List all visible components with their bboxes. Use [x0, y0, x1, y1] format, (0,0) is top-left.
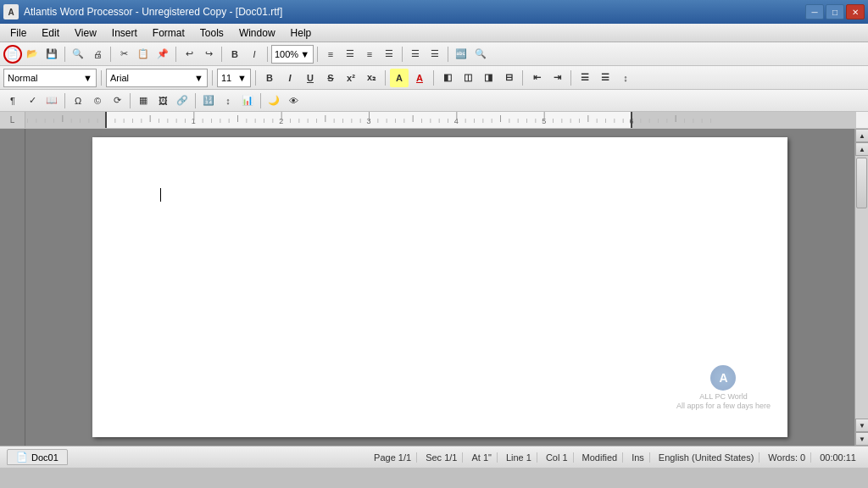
font-value: Arial: [110, 73, 129, 83]
align-right-button[interactable]: ≡: [360, 45, 379, 64]
scroll-top-button[interactable]: ▲: [855, 142, 868, 156]
menu-item-tools[interactable]: Tools: [193, 25, 231, 41]
menu-item-format[interactable]: Format: [146, 25, 192, 41]
menu-item-file[interactable]: File: [3, 25, 33, 41]
new-button[interactable]: 📄: [3, 45, 22, 64]
line-spacing-button[interactable]: ↕: [616, 69, 635, 87]
cut-button[interactable]: ✂: [114, 45, 133, 64]
ruler-unit: L: [10, 115, 15, 125]
highlight-button[interactable]: A: [390, 69, 409, 87]
close-button[interactable]: ✕: [846, 4, 865, 19]
ruler-container: L: [0, 112, 868, 129]
sep-t3-4: [260, 93, 261, 108]
separator-t2-4: [385, 70, 386, 86]
sort-button[interactable]: ↕: [219, 92, 237, 110]
ruler-corner[interactable]: L: [0, 112, 25, 128]
style-chevron-icon: ▼: [83, 73, 92, 83]
menu-item-edit[interactable]: Edit: [35, 25, 66, 41]
print-button[interactable]: 🖨: [88, 45, 107, 64]
document-area[interactable]: A ALL PC World All apps for a few days h…: [25, 129, 854, 446]
font-dropdown[interactable]: Arial ▼: [106, 69, 208, 87]
sec-status: Sec 1/1: [420, 452, 463, 463]
night-mode-button[interactable]: 🌙: [264, 92, 283, 110]
numbered-list-button[interactable]: ☰: [426, 45, 444, 64]
justify-button[interactable]: ☰: [380, 45, 398, 64]
outdent-button[interactable]: ⇤: [527, 69, 546, 87]
italic-button[interactable]: I: [281, 69, 299, 87]
italic-toolbar-button[interactable]: I: [245, 45, 264, 64]
special-char-button[interactable]: ©: [88, 92, 107, 110]
style-dropdown[interactable]: Normal ▼: [3, 69, 97, 87]
words-status: Words: 0: [763, 452, 811, 463]
doc-tab-icon: 📄: [16, 452, 28, 463]
scroll-thumb[interactable]: [856, 158, 867, 208]
minimize-button[interactable]: ─: [805, 4, 824, 19]
scroll-down-button[interactable]: ▼: [855, 432, 868, 446]
title-text: Atlantis Word Processor - Unregistered C…: [24, 6, 282, 18]
scroll-track[interactable]: [855, 156, 868, 419]
align-center-fmt-button[interactable]: ◫: [459, 69, 477, 87]
copy-button[interactable]: 📋: [134, 45, 153, 64]
doc-tab[interactable]: 📄 Doc01: [7, 449, 68, 465]
title-bar: A Atlantis Word Processor - Unregistered…: [0, 0, 868, 24]
align-right-fmt-button[interactable]: ◨: [479, 69, 498, 87]
numbering-button[interactable]: ☰: [596, 69, 615, 87]
zoom-dropdown[interactable]: 100% ▼: [271, 45, 314, 64]
bullets-button[interactable]: ☰: [576, 69, 594, 87]
document-page[interactable]: A ALL PC World All apps for a few days h…: [92, 137, 787, 437]
justify-fmt-button[interactable]: ⊟: [499, 69, 518, 87]
main-area: A ALL PC World All apps for a few days h…: [0, 129, 868, 446]
insert-image-button[interactable]: 🖼: [153, 92, 172, 110]
underline-button[interactable]: U: [301, 69, 320, 87]
separator-t2-7: [570, 70, 571, 86]
paragraph-mark-button[interactable]: ¶: [3, 92, 22, 110]
watermark-text1: ALL PC World: [676, 392, 771, 402]
insert-link-button[interactable]: 🔗: [173, 92, 192, 110]
word-count-button[interactable]: 🔢: [199, 92, 218, 110]
size-value: 11: [221, 73, 231, 83]
menu-item-insert[interactable]: Insert: [105, 25, 144, 41]
read-mode-button[interactable]: 👁: [284, 92, 303, 110]
separator7: [402, 47, 403, 62]
strikethrough-button[interactable]: S: [321, 69, 340, 87]
scroll-bottom-button[interactable]: ▼: [855, 419, 868, 432]
undo-button[interactable]: ↩: [180, 45, 198, 64]
menu-item-view[interactable]: View: [68, 25, 103, 41]
redo-button[interactable]: ↪: [199, 45, 218, 64]
align-left-button[interactable]: ≡: [321, 45, 340, 64]
ruler: [25, 112, 868, 128]
watermark-text2: All apps for a few days here: [676, 402, 771, 412]
superscript-button[interactable]: x²: [342, 69, 360, 87]
thesaurus-button[interactable]: 📖: [42, 92, 61, 110]
text-cursor: [160, 188, 161, 202]
bold-toolbar-button[interactable]: B: [225, 45, 244, 64]
find-button[interactable]: 🔍: [471, 45, 490, 64]
save-button[interactable]: 💾: [42, 45, 61, 64]
autocorrect-button[interactable]: ⟳: [108, 92, 126, 110]
maximize-button[interactable]: □: [826, 4, 844, 19]
scroll-up-button[interactable]: ▲: [855, 129, 868, 142]
bold-button[interactable]: B: [260, 69, 279, 87]
separator-t2-1: [101, 70, 102, 86]
open-button[interactable]: 📂: [23, 45, 42, 64]
list-button[interactable]: ☰: [406, 45, 425, 64]
spell-check-button[interactable]: ✓: [23, 92, 42, 110]
window-controls: ─ □ ✕: [805, 4, 865, 19]
insert-table-button[interactable]: ▦: [134, 92, 153, 110]
align-center-button[interactable]: ☰: [341, 45, 359, 64]
time-status: 00:00:11: [815, 452, 861, 463]
separator5: [267, 47, 268, 62]
separator8: [448, 47, 448, 62]
indent-button[interactable]: ⇥: [548, 69, 566, 87]
menu-item-window[interactable]: Window: [232, 25, 282, 41]
align-left-fmt-button[interactable]: ◧: [438, 69, 457, 87]
paste-button[interactable]: 📌: [153, 45, 172, 64]
statistics-button[interactable]: 📊: [238, 92, 257, 110]
symbol-button[interactable]: Ω: [69, 92, 87, 110]
size-dropdown[interactable]: 11 ▼: [217, 69, 251, 87]
print-preview-button[interactable]: 🔍: [69, 45, 87, 64]
font-color-button[interactable]: A: [410, 69, 429, 87]
menu-item-help[interactable]: Help: [284, 25, 319, 41]
subscript-button[interactable]: x₂: [362, 69, 381, 87]
spell-button[interactable]: 🔤: [452, 45, 470, 64]
